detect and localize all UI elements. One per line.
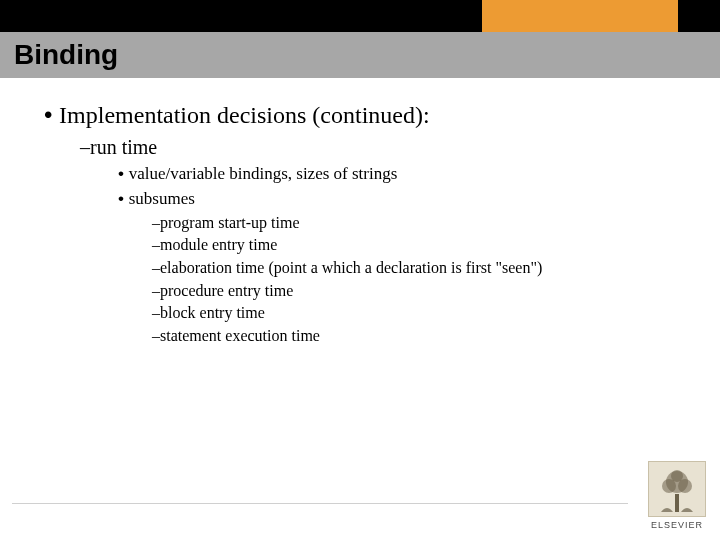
dash-icon: – <box>152 236 160 253</box>
bullet-level4: –statement execution time <box>0 325 720 347</box>
bullet-level4: –procedure entry time <box>0 280 720 302</box>
dash-icon: – <box>80 136 90 158</box>
level4-text: elaboration time (point a which a declar… <box>160 259 542 276</box>
dash-icon: – <box>152 282 160 299</box>
bullet-dot-icon: • <box>118 164 129 183</box>
bullet-dot-icon: • <box>118 189 129 208</box>
level4-text: procedure entry time <box>160 282 293 299</box>
footer-divider <box>12 503 628 504</box>
bullet-level3: • value/variable bindings, sizes of stri… <box>0 163 720 186</box>
slide-title: Binding <box>14 39 118 71</box>
level4-text: statement execution time <box>160 327 320 344</box>
level4-text: program start-up time <box>160 214 300 231</box>
level3-text: value/variable bindings, sizes of string… <box>129 164 398 183</box>
svg-rect-0 <box>675 494 679 512</box>
level2-text: run time <box>90 136 157 158</box>
title-bar: Binding <box>0 32 720 78</box>
slide-content: • Implementation decisions (continued): … <box>0 100 720 346</box>
level1-text: Implementation decisions (continued): <box>59 102 430 128</box>
level4-text: module entry time <box>160 236 277 253</box>
bullet-level4: –elaboration time (point a which a decla… <box>0 257 720 279</box>
bullet-dot-icon: • <box>44 101 59 128</box>
level3-text: subsumes <box>129 189 195 208</box>
bullet-level3: • subsumes <box>0 188 720 211</box>
publisher-logo: ELSEVIER <box>648 461 706 530</box>
dash-icon: – <box>152 304 160 321</box>
bullet-level2: –run time <box>0 134 720 161</box>
top-orange-block <box>482 0 678 32</box>
dash-icon: – <box>152 327 160 344</box>
bullet-level4: –block entry time <box>0 302 720 324</box>
bullet-level4: –module entry time <box>0 234 720 256</box>
publisher-name: ELSEVIER <box>648 520 706 530</box>
level4-text: block entry time <box>160 304 265 321</box>
dash-icon: – <box>152 214 160 231</box>
bullet-level1: • Implementation decisions (continued): <box>0 100 720 130</box>
dash-icon: – <box>152 259 160 276</box>
svg-point-4 <box>671 470 683 482</box>
elsevier-tree-icon <box>648 461 706 517</box>
bullet-level4: –program start-up time <box>0 212 720 234</box>
